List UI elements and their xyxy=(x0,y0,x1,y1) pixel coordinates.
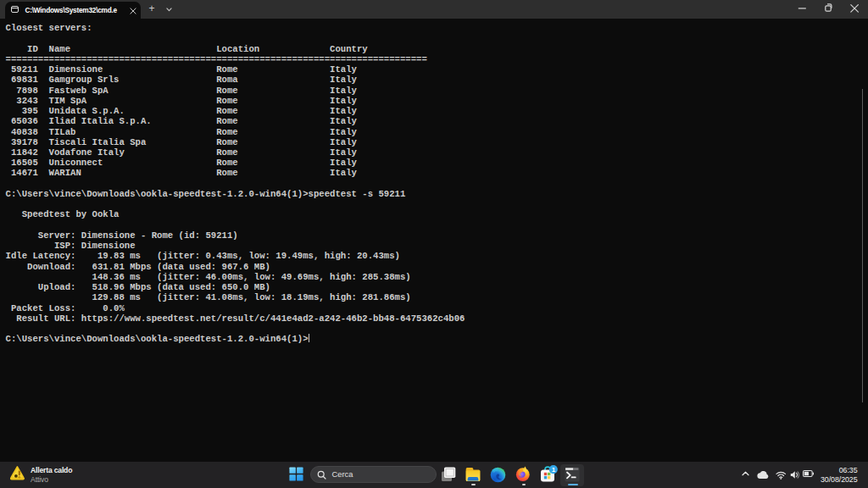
svg-text:1: 1 xyxy=(551,465,555,473)
